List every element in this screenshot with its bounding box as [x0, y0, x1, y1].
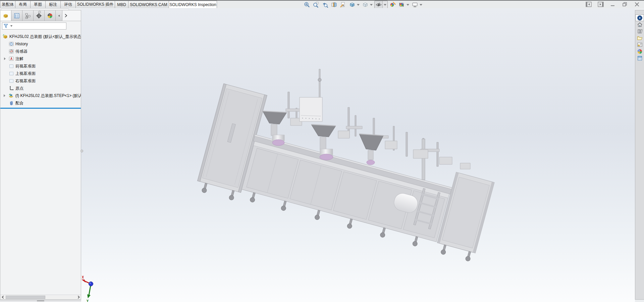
close-button[interactable] [633, 1, 641, 7]
tree-item-origin[interactable]: 原点 [0, 85, 81, 92]
home-icon[interactable] [635, 21, 644, 28]
tab-inspection[interactable]: SOLIDWORKS Inspection [169, 1, 217, 8]
tree-item-label: 前视基准面 [15, 63, 36, 69]
display-style-group [361, 1, 373, 8]
appearances-scenes-icon[interactable] [635, 48, 644, 55]
display-style-icon[interactable] [361, 1, 369, 8]
view-orientation-group [348, 1, 360, 8]
tree-item-label: 注解 [15, 56, 23, 62]
tree-item-step-component[interactable]: (f) KFHJSL02 总装图.STEP<1> (默认 [0, 92, 81, 99]
assembly-icon [2, 34, 8, 39]
display-style-dropdown-caret[interactable] [370, 4, 373, 6]
section-view-icon[interactable] [330, 1, 338, 8]
tree-filter-input[interactable] [14, 23, 66, 29]
custom-properties-icon[interactable] [635, 55, 644, 61]
hide-show-items-pressed-group [374, 1, 388, 9]
panel-right-splitter-handle[interactable] [80, 150, 83, 152]
tab-addins[interactable]: SOLIDWORKS 插件 [76, 1, 115, 8]
panel-top-splitter-handle[interactable] [38, 11, 41, 13]
tab-property-manager[interactable] [11, 10, 22, 21]
tree-item-label: 原点 [15, 86, 23, 91]
tab-cam[interactable]: SOLIDWORKS CAM [128, 1, 169, 8]
scroll-left-arrow[interactable] [0, 295, 5, 300]
apply-scene-dropdown-caret[interactable] [407, 4, 409, 6]
heads-up-view-toolbar [303, 1, 423, 8]
history-icon [8, 41, 14, 47]
mates-paperclip-icon [8, 100, 14, 106]
tree-item-sensors[interactable]: 传感器 [0, 48, 81, 55]
dynamic-annotation-views-icon[interactable] [339, 1, 347, 8]
panel-bottom-splitter-handle[interactable] [37, 300, 44, 301]
orientation-triad: X Y [82, 275, 93, 302]
triad-y-label: Y [87, 299, 89, 302]
solidworks-resources-icon[interactable] [635, 14, 644, 21]
solidworks-window: 装配体 布局 草图 标注 评估 SOLIDWORKS 插件 MBD SOLIDW… [0, 0, 644, 302]
zoom-to-area-icon[interactable] [312, 1, 320, 8]
tree-item-mates[interactable]: 配合 [0, 99, 81, 107]
tab-feature-manager[interactable] [0, 10, 11, 21]
filter-funnel-icon[interactable] [3, 23, 9, 29]
tree-filter-row [0, 21, 81, 31]
view-orientation-dropdown-caret[interactable] [357, 4, 360, 6]
tree-item-label: (f) KFHJSL02 总装图.STEP<1> (默认 [15, 93, 81, 99]
origin-icon [8, 86, 14, 91]
apply-scene-group [398, 1, 410, 8]
collapse-right-pane-button[interactable] [597, 1, 604, 7]
panel-tabs-scroll-left[interactable] [56, 10, 62, 21]
window-controls [585, 1, 641, 7]
panel-tabs-scroll-right[interactable] [62, 10, 81, 21]
minimize-button[interactable] [609, 1, 616, 7]
collapse-left-pane-button[interactable] [585, 1, 592, 7]
tab-mbd[interactable]: MBD [115, 1, 128, 8]
zoom-to-fit-icon[interactable] [303, 1, 311, 8]
tab-layout[interactable]: 布局 [15, 1, 31, 8]
tab-evaluate[interactable]: 评估 [61, 1, 76, 8]
triad-x-label: X [82, 275, 84, 279]
edit-appearance-icon[interactable] [389, 1, 397, 8]
view-settings-dropdown-caret[interactable] [420, 4, 422, 6]
tree-item-label: 配合 [15, 100, 23, 106]
tree-item-history[interactable]: History [0, 40, 81, 48]
machine-assembly-model[interactable] [195, 69, 501, 265]
tree-item-right-plane[interactable]: 右视基准面 [0, 77, 81, 85]
expand-arrow-icon[interactable] [2, 94, 7, 97]
hide-show-items-eye-icon[interactable] [375, 1, 383, 8]
tab-configuration-manager[interactable] [22, 10, 34, 21]
graphics-viewport[interactable]: X Y [81, 8, 635, 302]
tab-sketch[interactable]: 草图 [31, 1, 46, 8]
hide-show-items-dropdown-caret[interactable] [383, 1, 387, 8]
tree-item-top-plane[interactable]: 上视基准面 [0, 70, 81, 77]
design-library-icon[interactable] [635, 28, 644, 35]
tree-horizontal-scrollbar[interactable] [0, 295, 81, 299]
rollback-bar[interactable] [0, 108, 81, 109]
plane-icon [8, 78, 14, 84]
annotations-icon [8, 56, 14, 61]
feature-tree: KFHJSL02 总装图 (默认<默认_显示状态 History 传感器 [0, 31, 81, 295]
tab-markup[interactable]: 标注 [46, 1, 61, 8]
tree-item-front-plane[interactable]: 前视基准面 [0, 62, 81, 70]
scrollbar-thumb[interactable] [6, 296, 45, 299]
apply-scene-icon[interactable] [398, 1, 406, 8]
tree-item-label: KFHJSL02 总装图 (默认<默认_显示状态 [9, 34, 81, 40]
part-icon [8, 93, 14, 98]
scroll-right-arrow[interactable] [76, 295, 81, 300]
tree-item-root-assembly[interactable]: KFHJSL02 总装图 (默认<默认_显示状态 [0, 33, 81, 40]
view-palette-icon[interactable] [635, 41, 644, 48]
tree-item-label: 传感器 [15, 49, 28, 54]
feature-manager-panel: KFHJSL02 总装图 (默认<默认_显示状态 History 传感器 [0, 10, 81, 300]
restore-button[interactable] [621, 1, 629, 7]
tree-item-label: 右视基准面 [15, 78, 36, 84]
task-pane-strip [635, 10, 644, 300]
expand-arrow-icon[interactable] [2, 57, 7, 60]
tab-assembly[interactable]: 装配体 [0, 1, 15, 8]
view-orientation-icon[interactable] [348, 1, 356, 8]
file-explorer-folder-icon[interactable] [635, 35, 644, 41]
tree-item-annotations[interactable]: 注解 [0, 55, 81, 62]
view-settings-monitor-icon[interactable] [411, 1, 419, 8]
plane-icon [8, 63, 14, 69]
tree-filter-box[interactable] [2, 22, 66, 30]
tab-display-manager[interactable] [45, 10, 56, 21]
previous-view-icon[interactable] [321, 1, 329, 8]
view-settings-group [411, 1, 423, 8]
filter-dropdown-caret[interactable] [10, 26, 12, 27]
